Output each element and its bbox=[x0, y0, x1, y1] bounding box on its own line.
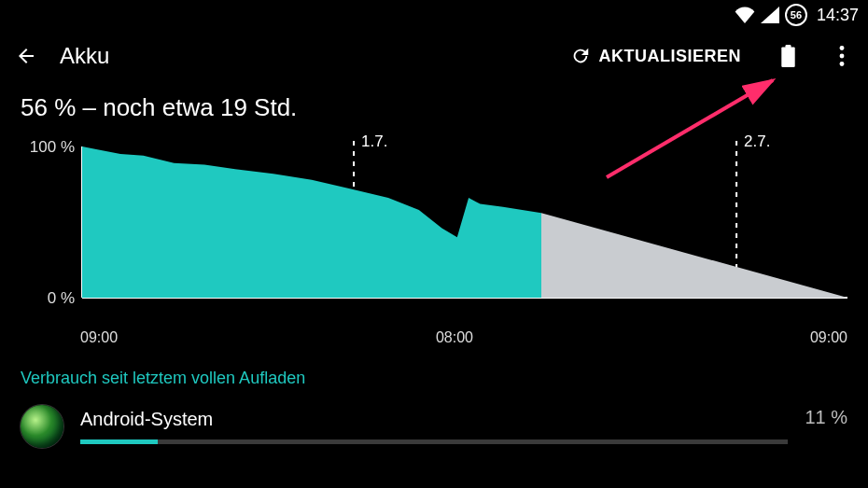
svg-rect-3 bbox=[785, 45, 791, 49]
refresh-button[interactable]: AKTUALISIEREN bbox=[570, 46, 741, 66]
svg-rect-2 bbox=[781, 47, 794, 67]
battery-status-badge: 56 bbox=[785, 4, 807, 26]
svg-text:2.7.: 2.7. bbox=[744, 132, 770, 150]
app-bar: Akku AKTUALISIEREN bbox=[0, 30, 868, 82]
svg-text:1.7.: 1.7. bbox=[361, 132, 387, 150]
cell-signal-icon bbox=[761, 7, 779, 23]
svg-point-4 bbox=[840, 46, 845, 50]
refresh-icon bbox=[570, 46, 591, 66]
back-button[interactable] bbox=[15, 45, 37, 67]
usage-row-label: Android-System bbox=[80, 409, 788, 430]
wifi-icon bbox=[735, 7, 755, 23]
usage-row-value: 11 % bbox=[805, 407, 847, 428]
battery-summary: 56 % – noch etwa 19 Std. bbox=[0, 82, 868, 126]
status-clock: 14:37 bbox=[817, 6, 859, 25]
chart-x-axis: 09:00 08:00 09:00 bbox=[0, 326, 868, 346]
svg-marker-1 bbox=[761, 7, 779, 23]
usage-row[interactable]: Android-System 11 % bbox=[0, 396, 868, 448]
svg-point-6 bbox=[840, 62, 845, 66]
battery-chart[interactable]: 100 %0 %1.7.2.7. bbox=[21, 130, 847, 326]
svg-point-5 bbox=[840, 54, 845, 59]
android-system-icon bbox=[21, 405, 63, 448]
battery-saver-button[interactable] bbox=[777, 45, 799, 67]
svg-text:100 %: 100 % bbox=[30, 138, 75, 156]
page-title: Akku bbox=[60, 43, 548, 69]
refresh-label: AKTUALISIEREN bbox=[598, 47, 741, 66]
status-bar: 56 14:37 bbox=[0, 0, 868, 30]
usage-progress-bar bbox=[80, 439, 788, 444]
svg-text:0 %: 0 % bbox=[48, 289, 75, 307]
overflow-menu-button[interactable] bbox=[831, 45, 853, 67]
usage-section-title: Verbrauch seit letztem vollen Aufladen bbox=[0, 346, 868, 396]
